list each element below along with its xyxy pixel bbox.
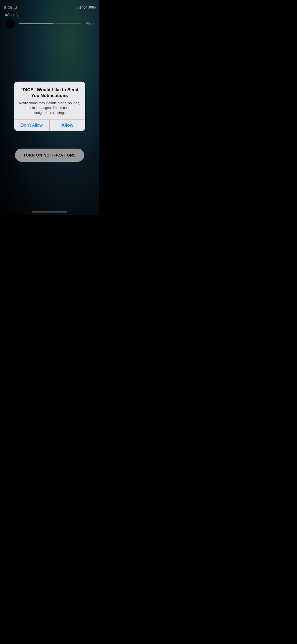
dont-allow-button[interactable]: Don't Allow — [14, 119, 50, 131]
permission-dialog: "DICE" Would Like to Send You Notificati… — [14, 82, 85, 131]
allow-button[interactable]: Allow — [50, 119, 85, 131]
dialog-title: "DICE" Would Like to Send You Notificati… — [18, 87, 81, 99]
dialog-content: "DICE" Would Like to Send You Notificati… — [14, 82, 85, 119]
dialog-message: Notifications may include alerts, sounds… — [18, 101, 81, 115]
dialog-buttons: Don't Allow Allow — [14, 119, 85, 131]
